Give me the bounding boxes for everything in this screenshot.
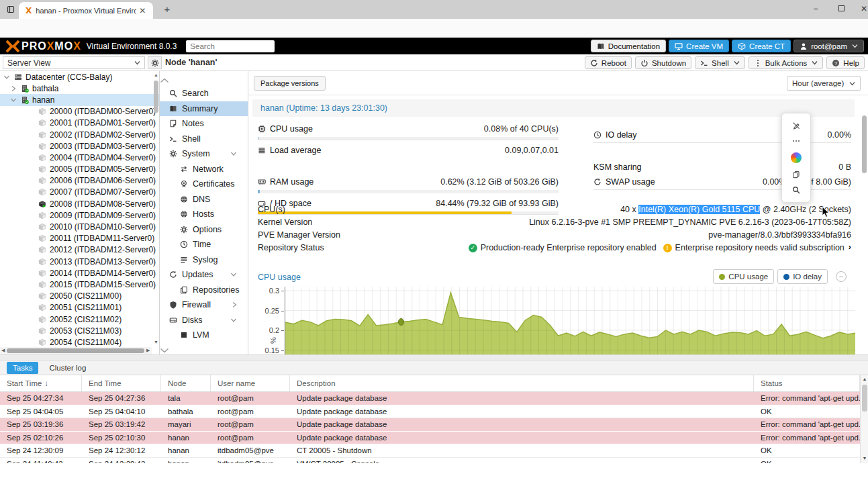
create-vm-button[interactable]: Create VM xyxy=(669,40,729,52)
task-row[interactable]: Sep 24 12:30:09Sep 24 12:30:12hananitdba… xyxy=(0,444,868,458)
tree-item-20015-itdbadm15-server0[interactable]: 20015 (ITDBADM15-Server0) xyxy=(0,279,159,290)
reboot-button[interactable]: Reboot xyxy=(585,56,632,69)
tree-item-20001-itdbadm01-server0[interactable]: 20001 (ITDBADM01-Server0) xyxy=(0,117,159,129)
chart-collapse-button[interactable]: − xyxy=(836,271,847,282)
create-ct-button[interactable]: Create CT xyxy=(732,40,791,52)
tree-item-20008-itdbadm08-server0[interactable]: 20008 (ITDBADM08-Server0) xyxy=(0,198,159,209)
menu-item-network[interactable]: Network xyxy=(160,162,248,177)
tree-item-hanan[interactable]: hanan xyxy=(0,94,159,105)
scrollbar-thumb[interactable] xyxy=(154,81,158,113)
menu-item-firewall[interactable]: Firewall xyxy=(160,297,248,313)
tree-item-20051-cis211m01[interactable]: 20051 (CIS211M01) xyxy=(0,302,159,313)
bulk-actions-button[interactable]: Bulk Actions xyxy=(749,56,824,69)
tree-item-20009-itdbadm09-server0[interactable]: 20009 (ITDBADM09-Server0) xyxy=(0,209,159,221)
help-button[interactable]: ?Help xyxy=(826,56,865,69)
column-header-start-time[interactable]: Start Time↓ xyxy=(0,375,82,391)
legend-item-io-delay[interactable]: IO delay xyxy=(777,269,828,284)
tree-item-20004-itdbadm04-server0[interactable]: 20004 (ITDBADM04-Server0) xyxy=(0,152,159,163)
tab-tasks[interactable]: Tasks xyxy=(7,362,38,374)
task-row[interactable]: Sep 25 02:10:26Sep 25 02:10:30hananroot@… xyxy=(0,432,868,445)
tree-expander-icon[interactable] xyxy=(3,75,11,80)
tree-item-20005-itdbadm05-server0[interactable]: 20005 (ITDBADM05-Server0) xyxy=(0,164,159,175)
browser-tab[interactable]: X hanan - Proxmox Virtual Environment ✕ xyxy=(19,2,153,19)
copilot-icon[interactable] xyxy=(791,152,802,163)
scroll-up-icon[interactable]: ▲ xyxy=(153,72,159,77)
page-scrollbar-thumb[interactable] xyxy=(862,115,867,173)
column-header-description[interactable]: Description xyxy=(290,375,754,391)
menu-item-time[interactable]: Time xyxy=(160,237,248,252)
documentation-button[interactable]: Documentation xyxy=(591,40,666,52)
menu-item-search[interactable]: Search xyxy=(160,86,248,101)
scroll-right-icon[interactable]: ▶ xyxy=(146,348,150,353)
tab-actions-icon[interactable] xyxy=(5,4,16,15)
menu-item-dns[interactable]: DNS xyxy=(160,192,248,207)
global-search-input[interactable] xyxy=(186,40,275,52)
column-header-end-time[interactable]: End Time xyxy=(82,375,161,391)
view-settings-button[interactable] xyxy=(148,56,162,69)
tree-item-datacenter-ccs-balay[interactable]: Datacenter (CCS-Balay) xyxy=(0,71,159,83)
scroll-down-icon[interactable]: ▼ xyxy=(862,456,867,461)
scrollbar-thumb[interactable] xyxy=(862,385,867,412)
menu-scroll-up-icon[interactable] xyxy=(160,71,169,86)
column-header-node[interactable]: Node xyxy=(161,375,211,391)
menu-item-syslog[interactable]: Syslog xyxy=(160,252,248,268)
task-row[interactable]: Sep 24 11:49:43Sep 24 12:29:43hananitdba… xyxy=(0,458,868,464)
shell-button[interactable]: Shell xyxy=(695,56,745,69)
user-menu-button[interactable]: root@pam xyxy=(793,40,864,52)
scrollbar-thumb[interactable] xyxy=(7,348,144,353)
column-header-user-name[interactable]: User name xyxy=(211,375,290,391)
tree-item-20054-cis211m04[interactable]: 20054 (CIS211M04) xyxy=(0,336,159,348)
tree-item-20011-itdbadm11-server0[interactable]: 20011 (ITDBADM11-Server0) xyxy=(0,233,159,244)
task-row[interactable]: Sep 25 04:04:05Sep 25 04:04:10bathalaroo… xyxy=(0,405,868,419)
window-close-button[interactable]: ✕ xyxy=(854,0,868,17)
tree-expander-icon[interactable] xyxy=(9,85,17,92)
menu-item-hosts[interactable]: Hosts xyxy=(160,207,248,222)
menu-item-updates[interactable]: Updates xyxy=(160,267,248,283)
hide-inking-icon[interactable] xyxy=(792,122,800,130)
view-selector[interactable]: Server View xyxy=(3,56,145,69)
window-maximize-button[interactable] xyxy=(831,0,851,17)
menu-item-disks[interactable]: Disks xyxy=(160,313,248,328)
task-row[interactable]: Sep 25 03:19:36Sep 25 03:19:42mayariroot… xyxy=(0,418,868,432)
more-options-icon[interactable] xyxy=(792,137,800,145)
tree-item-20000-itdbadm00-server0[interactable]: 20000 (ITDBADM00-Server0) xyxy=(0,106,159,117)
menu-item-repositories[interactable]: Repositories xyxy=(160,283,248,298)
package-versions-button[interactable]: Package versions xyxy=(254,76,326,91)
tree-expander-icon[interactable] xyxy=(9,97,17,103)
tab-cluster-log[interactable]: Cluster log xyxy=(45,364,90,372)
window-minimize-button[interactable]: − xyxy=(806,0,826,17)
tree-horizontal-scrollbar[interactable]: ◀ ▶ xyxy=(0,347,152,354)
tree-item-bathala[interactable]: bathala xyxy=(0,83,159,94)
task-row[interactable]: Sep 25 04:27:34Sep 25 04:27:36talaroot@p… xyxy=(0,392,868,405)
menu-scroll-down-icon[interactable] xyxy=(160,345,169,353)
tree-item-20012-itdbadm12-server0[interactable]: 20012 (ITDBADM12-Server0) xyxy=(0,244,159,256)
tree-item-20006-itdbadm06-server0[interactable]: 20006 (ITDBADM06-Server0) xyxy=(0,175,159,187)
menu-item-certificates[interactable]: Certificates xyxy=(160,177,248,192)
menu-item-shell[interactable]: Shell xyxy=(160,132,248,147)
tree-item-20007-itdbadm07-server0[interactable]: 20007 (ITDBADM07-Server0) xyxy=(0,187,159,198)
search-icon[interactable] xyxy=(792,186,800,194)
tree-item-20003-itdbadm03-server0[interactable]: 20003 (ITDBADM03-Server0) xyxy=(0,140,159,152)
column-header-status[interactable]: Status xyxy=(754,375,860,391)
menu-item-options[interactable]: Options xyxy=(160,222,248,238)
scroll-down-icon[interactable]: ▼ xyxy=(153,340,159,344)
tree-item-20014-itdbadm14-server0[interactable]: 20014 (ITDBADM14-Server0) xyxy=(0,267,159,279)
tab-close-icon[interactable]: ✕ xyxy=(139,6,146,15)
tree-vertical-scrollbar[interactable]: ▲ ▼ xyxy=(152,71,160,348)
tree-item-20010-itdbadm10-server0[interactable]: 20010 (ITDBADM10-Server0) xyxy=(0,221,159,232)
legend-item-cpu-usage[interactable]: CPU usage xyxy=(713,269,774,284)
tree-item-20013-itdbadm13-server0[interactable]: 20013 (ITDBADM13-Server0) xyxy=(0,256,159,267)
scroll-left-icon[interactable]: ◀ xyxy=(1,348,5,353)
tree-item-20052-cis211m02[interactable]: 20052 (CIS211M02) xyxy=(0,313,159,325)
tasks-scrollbar[interactable]: ▲ ▼ xyxy=(860,375,868,463)
menu-item-lvm[interactable]: LVM xyxy=(160,328,248,343)
tree-item-20053-cis211m03[interactable]: 20053 (CIS211M03) xyxy=(0,325,159,336)
copy-icon[interactable] xyxy=(792,171,800,179)
menu-item-summary[interactable]: Summary xyxy=(160,101,248,117)
chevron-right-icon[interactable]: › xyxy=(849,242,851,252)
menu-item-notes[interactable]: Notes xyxy=(160,116,248,132)
menu-item-system[interactable]: System xyxy=(160,146,248,162)
new-tab-button[interactable]: + xyxy=(161,3,173,15)
shutdown-button[interactable]: Shutdown xyxy=(635,56,691,69)
tree-item-20050-cis211m00[interactable]: 20050 (CIS211M00) xyxy=(0,291,159,302)
